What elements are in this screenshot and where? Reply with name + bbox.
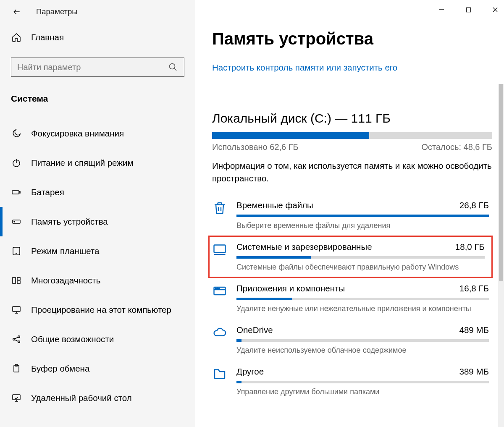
home-icon (11, 32, 22, 42)
category-apps[interactable]: Приложения и компоненты16,8 ГБУдалите не… (212, 278, 492, 319)
category-bar (236, 339, 489, 342)
category-size: 18,0 ГБ (455, 242, 485, 252)
category-bar (236, 381, 489, 383)
svg-rect-16 (13, 395, 20, 400)
nav-storage[interactable]: Память устройства (0, 207, 195, 236)
category-title: Временные файлы (236, 200, 313, 210)
used-label: Использовано 62,6 ГБ (212, 142, 299, 152)
category-body: OneDrive489 МБУдалите неиспользуемое обл… (236, 325, 489, 355)
category-temp[interactable]: Временные файлы26,8 ГБВыберите временные… (212, 194, 492, 236)
power-icon (11, 158, 22, 168)
svg-point-21 (217, 288, 218, 289)
svg-rect-17 (466, 8, 470, 12)
category-title: Системные и зарезервированные (236, 242, 372, 252)
usage-row: Использовано 62,6 ГБ Осталось: 48,6 ГБ (212, 142, 492, 152)
category-bar (236, 298, 489, 300)
nav-projecting[interactable]: Проецирование на этот компьютер (0, 295, 195, 325)
nav-power[interactable]: Питание и спящий режим (0, 148, 195, 178)
share-icon (11, 334, 22, 344)
svg-rect-8 (17, 278, 20, 280)
svg-point-13 (18, 341, 20, 343)
clipboard-icon (11, 364, 22, 374)
maximize-button[interactable] (462, 3, 475, 16)
category-system[interactable]: Системные и зарезервированные18,0 ГБСист… (209, 236, 492, 278)
nav-item-label: Общие возможности (31, 334, 114, 344)
svg-rect-18 (214, 245, 226, 253)
multitask-icon (11, 275, 22, 286)
search-icon (168, 62, 178, 72)
svg-rect-7 (13, 278, 16, 283)
nav-item-label: Память устройства (31, 217, 108, 227)
search-box[interactable] (11, 58, 184, 77)
category-desc: Удалите неиспользуемое облачное содержим… (236, 346, 489, 355)
category-size: 26,8 ГБ (459, 200, 489, 210)
category-bar-fill (236, 215, 489, 217)
disk-title: Локальный диск (C:) — 111 ГБ (212, 111, 492, 126)
back-button[interactable] (11, 6, 23, 18)
category-bar-fill (236, 256, 311, 259)
onedrive-icon (212, 325, 236, 340)
nav-shared[interactable]: Общие возможности (0, 325, 195, 354)
info-text: Информация о том, как используется памят… (212, 160, 492, 184)
category-size: 389 МБ (459, 367, 489, 377)
nav-tablet[interactable]: Режим планшета (0, 236, 195, 266)
nav-item-label: Многозадачность (31, 275, 100, 286)
nav-item-label: Буфер обмена (31, 364, 89, 374)
project-icon (11, 305, 22, 315)
category-bar (236, 256, 485, 259)
category-onedrive[interactable]: OneDrive489 МБУдалите неиспользуемое обл… (212, 319, 492, 361)
nav-item-label: Проецирование на этот компьютер (31, 305, 171, 315)
category-bar-fill (236, 381, 242, 383)
category-size: 16,8 ГБ (459, 283, 489, 293)
storage-icon (11, 217, 22, 227)
nav-item-label: Режим планшета (31, 246, 99, 256)
category-body: Системные и зарезервированные18,0 ГБСист… (236, 242, 485, 272)
category-bar-fill (236, 298, 292, 300)
svg-rect-2 (12, 191, 19, 194)
home-label: Главная (31, 32, 64, 42)
app-title: Параметры (36, 7, 78, 16)
free-label: Осталось: 48,6 ГБ (421, 142, 492, 152)
category-body: Временные файлы26,8 ГБВыберите временные… (236, 200, 489, 230)
category-title: OneDrive (236, 325, 273, 335)
window-controls (435, 3, 501, 16)
scrollbar-thumb[interactable] (499, 84, 503, 281)
nav-item-label: Фокусировка внимания (31, 128, 124, 139)
system-icon (212, 242, 236, 257)
nav-list: Фокусировка внимания Питание и спящий ре… (0, 113, 195, 413)
nav-item-label: Удаленный рабочий стол (31, 393, 132, 403)
svg-point-11 (13, 338, 15, 340)
nav-remote[interactable]: Удаленный рабочий стол (0, 383, 195, 413)
svg-point-12 (18, 336, 20, 338)
svg-rect-9 (17, 281, 20, 283)
nav-focus[interactable]: Фокусировка внимания (0, 119, 195, 148)
category-other[interactable]: Другое389 МБУправление другими большими … (212, 361, 492, 402)
storage-sense-link[interactable]: Настроить контроль памяти или запустить … (212, 63, 492, 73)
home-button[interactable]: Главная (0, 23, 195, 47)
nav-battery[interactable]: Батарея (0, 178, 195, 207)
category-title: Другое (236, 367, 264, 377)
close-button[interactable] (489, 3, 501, 16)
nav-clipboard[interactable]: Буфер обмена (0, 354, 195, 383)
category-desc: Удалите ненужные или нежелательные прило… (236, 304, 489, 313)
main-content: Память устройства Настроить контроль пам… (195, 0, 504, 427)
category-list: Временные файлы26,8 ГБВыберите временные… (212, 194, 492, 402)
category-body: Другое389 МБУправление другими большими … (236, 367, 489, 396)
search-input[interactable] (17, 63, 168, 72)
category-size: 489 МБ (459, 325, 489, 335)
svg-point-5 (14, 221, 15, 222)
nav-item-label: Питание и спящий режим (31, 158, 134, 168)
category-bar-fill (236, 339, 242, 342)
sidebar: Параметры Главная Система Фокусировка вн… (0, 0, 195, 427)
other-icon (212, 367, 236, 382)
disk-usage-fill (212, 132, 369, 139)
tablet-icon (11, 246, 22, 256)
scrollbar[interactable] (498, 84, 504, 427)
temp-icon (212, 200, 236, 215)
svg-point-0 (170, 64, 175, 69)
moon-icon (11, 128, 22, 139)
disk-usage-bar (212, 132, 492, 139)
nav-multitask[interactable]: Многозадачность (0, 266, 195, 295)
category-bar (236, 215, 489, 217)
minimize-button[interactable] (435, 3, 448, 16)
